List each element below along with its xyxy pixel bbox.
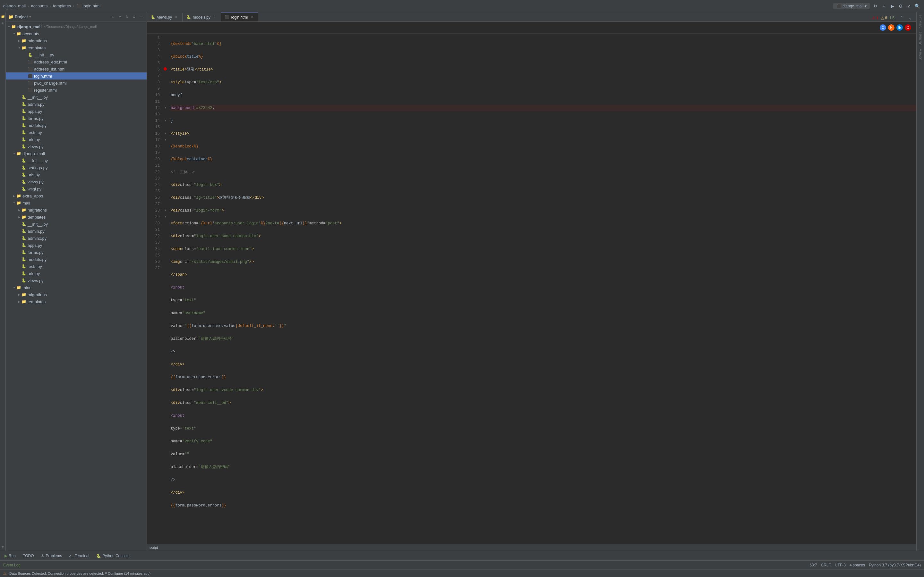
tree-views-mall[interactable]: ▶ 🐍 views.py <box>6 277 147 284</box>
tab-login-html[interactable]: ⬛ login.html × <box>221 13 258 21</box>
tab-problems[interactable]: ⚠ Problems <box>37 551 65 560</box>
tree-init-djmall[interactable]: ▶ 🐍 __init__.py <box>6 157 147 164</box>
panel-collapse-icon[interactable]: ≡ <box>117 14 123 20</box>
structure-left-btn[interactable]: ≡ <box>0 20 6 26</box>
tree-register[interactable]: ▶ ⬛ register.html <box>6 87 147 93</box>
editor-expand-icon[interactable]: ⌃ <box>898 15 905 21</box>
templates-accounts-label: templates <box>27 45 45 50</box>
settings-icon[interactable]: ⚙ <box>897 3 904 10</box>
tree-urls-accounts[interactable]: ▶ 🐍 urls.py <box>6 136 147 143</box>
tree-address-edit[interactable]: ▶ ⬛ address_edit.html <box>6 58 147 65</box>
tree-init-accounts[interactable]: ▶ 🐍 __init__.py <box>6 93 147 101</box>
warning-count[interactable]: △ 6 <box>881 16 887 20</box>
code-scroll[interactable]: 1 2 3 4 5 6 7 8 9 10 11 12 13 14 15 16 1 <box>147 34 916 544</box>
tab-views-py[interactable]: 🐍 views.py × <box>147 13 183 21</box>
tree-extra-apps[interactable]: ▶ 📁 extra_apps <box>6 192 147 199</box>
tree-accounts[interactable]: ▼ 📁 accounts <box>6 30 147 37</box>
tab-models-py-close[interactable]: × <box>212 15 217 19</box>
tree-templates-mall[interactable]: ▶ 📁 templates <box>6 213 147 221</box>
fold-29[interactable]: ▾ <box>162 213 168 219</box>
sync-icon[interactable]: ↻ <box>872 3 879 10</box>
notification-text[interactable]: Data Sources Detected: Connection proper… <box>9 572 150 575</box>
add-config-icon[interactable]: + <box>880 3 887 10</box>
fold-28[interactable]: ▾ <box>162 207 168 213</box>
tree-templates-mine[interactable]: ▶ 📁 templates <box>6 298 147 305</box>
python-version[interactable]: Python 3.7 (py3.7-XSPubnG4) <box>869 563 921 567</box>
editor-collapse-icon[interactable]: ⌄ <box>907 15 914 21</box>
tree-forms-accounts[interactable]: ▶ 🐍 forms.py <box>6 115 147 122</box>
project-selector[interactable]: ⬛ django_mall ▾ <box>834 3 869 9</box>
fold-14[interactable]: ▾ <box>162 117 168 123</box>
tree-models-accounts[interactable]: ▶ 🐍 models.py <box>6 122 147 129</box>
expand-icon[interactable]: ⤢ <box>905 3 913 10</box>
info-count[interactable]: ℹ 5 <box>890 16 895 20</box>
tree-views-djmall[interactable]: ▶ 🐍 views.py <box>6 178 147 185</box>
tree-urls-djmall[interactable]: ▶ 🐍 urls.py <box>6 171 147 178</box>
tree-migrations-mine[interactable]: ▶ 📁 migrations <box>6 291 147 298</box>
tree-migrations[interactable]: ▶ 📁 migrations <box>6 37 147 44</box>
tab-python-console[interactable]: 🐍 Python Console <box>93 551 133 560</box>
tree-mine-folder[interactable]: ▼ 📁 mine <box>6 284 147 291</box>
code-content[interactable]: {% extends 'base.html' %} {% block title… <box>168 34 916 544</box>
database-panel-label[interactable]: Database <box>918 31 923 47</box>
tree-mall-folder[interactable]: ▼ 📁 mall <box>6 199 147 206</box>
breadcrumb-django-mall[interactable]: django_mall <box>3 3 26 8</box>
tree-forms-mall[interactable]: ▶ 🐍 forms.py <box>6 249 147 256</box>
tree-wsgi[interactable]: ▶ 🐍 wsgi.py <box>6 185 147 192</box>
panel-locate-icon[interactable]: ⊙ <box>110 14 116 20</box>
line-ending[interactable]: CRLF <box>821 563 831 567</box>
panel-gear-icon[interactable]: ⚙ <box>131 14 137 20</box>
tree-settings[interactable]: ▶ 🐍 settings.py <box>6 164 147 171</box>
safari-icon[interactable]: IE <box>897 24 903 31</box>
search-everywhere-icon[interactable]: 🔍 <box>914 3 921 10</box>
opera-icon[interactable]: O <box>905 24 911 31</box>
tree-templates-accounts[interactable]: ▼ 📁 templates <box>6 44 147 51</box>
tab-run[interactable]: ▶ Run <box>1 551 19 560</box>
chrome-icon[interactable]: C <box>880 24 886 31</box>
error-count[interactable]: ⚠ 1 <box>872 16 879 20</box>
tree-root[interactable]: ▼ 📁 django_mall ~/Documents/Django/djang… <box>6 23 147 30</box>
breadcrumb-accounts[interactable]: accounts <box>31 3 47 8</box>
run-debug-icon[interactable]: ▶ <box>889 3 896 10</box>
panel-close-icon[interactable]: − <box>138 14 144 20</box>
favorites-left-btn[interactable]: ★ <box>0 544 6 550</box>
breakpoint-6[interactable] <box>164 67 167 71</box>
tree-apps-accounts[interactable]: ▶ 🐍 apps.py <box>6 108 147 115</box>
indent-setting[interactable]: 4 spaces <box>850 563 865 567</box>
tree-init-mall[interactable]: ▶ 🐍 __init__.py <box>6 221 147 227</box>
tab-login-html-close[interactable]: × <box>250 15 254 19</box>
tree-tests-mall[interactable]: ▶ 🐍 tests.py <box>6 263 147 270</box>
tree-adminx-mall[interactable]: ▶ 🐍 adminx.py <box>6 235 147 242</box>
tab-views-py-close[interactable]: × <box>174 15 178 19</box>
fold-16[interactable]: ▾ <box>162 130 168 136</box>
fold-17[interactable]: ▾ <box>162 136 168 143</box>
firefox-icon[interactable]: F <box>888 24 895 31</box>
breadcrumb-templates[interactable]: templates <box>53 3 71 8</box>
tree-admin-mall[interactable]: ▶ 🐍 admin.py <box>6 227 147 235</box>
sciview-panel-label[interactable]: SciView <box>918 48 923 61</box>
tests-mall-icon: 🐍 <box>21 264 26 269</box>
tree-models-mall[interactable]: ▶ 🐍 models.py <box>6 256 147 263</box>
tree-migrations-mall[interactable]: ▶ 📁 migrations <box>6 206 147 213</box>
status-event-log[interactable]: Event Log <box>3 563 21 567</box>
encoding[interactable]: UTF-8 <box>835 563 846 567</box>
code-editor: 1 2 3 4 5 6 7 8 9 10 11 12 13 14 15 16 1 <box>147 34 916 544</box>
tree-address-list[interactable]: ▶ ⬛ address_list.html <box>6 65 147 73</box>
tree-django-mall-folder[interactable]: ▼ 📁 django_mall <box>6 150 147 157</box>
tab-todo[interactable]: TODO <box>19 551 37 560</box>
fold-12[interactable]: ▾ <box>162 104 168 111</box>
tree-apps-mall[interactable]: ▶ 🐍 apps.py <box>6 242 147 249</box>
tree-pwd-change[interactable]: ▶ ⬛ pwd_change.html <box>6 79 147 87</box>
project-icon-btn[interactable]: 📁 <box>0 13 6 19</box>
tree-urls-mall[interactable]: ▶ 🐍 urls.py <box>6 270 147 277</box>
tab-terminal[interactable]: >_ Terminal <box>66 551 92 560</box>
tree-views-accounts[interactable]: ▶ 🐍 views.py <box>6 143 147 150</box>
tab-models-py[interactable]: 🐍 models.py × <box>183 13 221 21</box>
tree-tests-accounts[interactable]: ▶ 🐍 tests.py <box>6 129 147 136</box>
tree-login-html[interactable]: ▶ ⬛ login.html <box>6 73 147 79</box>
tree-init-tmpl[interactable]: ▶ 🐍 __init__.py <box>6 51 147 58</box>
breadcrumb-login-html[interactable]: ⬛ login.html <box>76 3 101 8</box>
tree-admin-accounts[interactable]: ▶ 🐍 admin.py <box>6 101 147 108</box>
panel-sort-icon[interactable]: ⇅ <box>124 14 130 20</box>
structure-panel-label[interactable]: Structure <box>918 13 923 29</box>
